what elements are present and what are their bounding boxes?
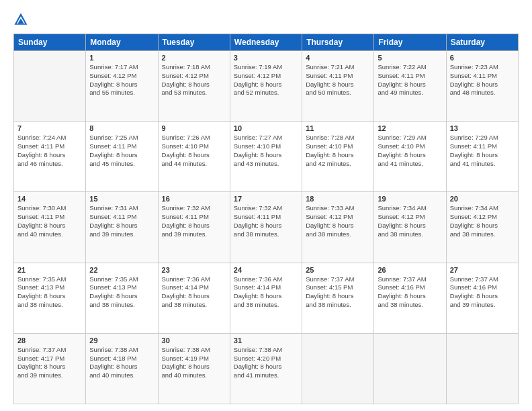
day-info: Sunrise: 7:28 AM Sunset: 4:10 PM Dayligh… xyxy=(306,134,370,168)
day-number: 27 xyxy=(450,266,515,274)
calendar-cell: 7Sunrise: 7:24 AM Sunset: 4:11 PM Daylig… xyxy=(14,122,86,192)
day-number: 26 xyxy=(378,266,442,274)
calendar-cell xyxy=(374,333,446,404)
calendar-cell: 10Sunrise: 7:27 AM Sunset: 4:10 PM Dayli… xyxy=(230,122,302,192)
day-number: 5 xyxy=(378,54,442,62)
day-number: 21 xyxy=(17,266,82,274)
calendar-week-row: 7Sunrise: 7:24 AM Sunset: 4:11 PM Daylig… xyxy=(14,122,519,192)
calendar-cell xyxy=(446,333,518,404)
calendar-cell: 12Sunrise: 7:29 AM Sunset: 4:10 PM Dayli… xyxy=(374,122,446,192)
day-number: 8 xyxy=(89,124,154,132)
day-number: 10 xyxy=(234,124,298,132)
calendar-cell: 9Sunrise: 7:26 AM Sunset: 4:10 PM Daylig… xyxy=(158,122,230,192)
weekday-header-monday: Monday xyxy=(86,34,158,51)
day-info: Sunrise: 7:27 AM Sunset: 4:10 PM Dayligh… xyxy=(234,134,298,168)
calendar-cell: 19Sunrise: 7:34 AM Sunset: 4:12 PM Dayli… xyxy=(374,192,446,263)
day-info: Sunrise: 7:31 AM Sunset: 4:11 PM Dayligh… xyxy=(89,204,154,238)
day-number: 15 xyxy=(89,195,154,203)
calendar-cell: 20Sunrise: 7:34 AM Sunset: 4:12 PM Dayli… xyxy=(446,192,518,263)
day-number: 22 xyxy=(89,266,154,274)
day-number: 31 xyxy=(234,336,298,345)
day-info: Sunrise: 7:37 AM Sunset: 4:15 PM Dayligh… xyxy=(306,275,370,310)
weekday-header-saturday: Saturday xyxy=(446,34,518,51)
day-number: 25 xyxy=(306,266,370,274)
day-number: 30 xyxy=(162,336,226,345)
day-info: Sunrise: 7:32 AM Sunset: 4:11 PM Dayligh… xyxy=(234,204,298,238)
calendar-week-row: 14Sunrise: 7:30 AM Sunset: 4:11 PM Dayli… xyxy=(14,192,519,263)
calendar-cell: 28Sunrise: 7:37 AM Sunset: 4:17 PM Dayli… xyxy=(14,333,86,404)
day-number: 3 xyxy=(234,54,298,62)
day-info: Sunrise: 7:35 AM Sunset: 4:13 PM Dayligh… xyxy=(17,275,82,310)
day-info: Sunrise: 7:38 AM Sunset: 4:20 PM Dayligh… xyxy=(234,346,298,380)
day-info: Sunrise: 7:21 AM Sunset: 4:11 PM Dayligh… xyxy=(306,63,370,97)
day-number: 14 xyxy=(17,195,82,203)
day-info: Sunrise: 7:37 AM Sunset: 4:16 PM Dayligh… xyxy=(378,275,442,310)
day-number: 16 xyxy=(162,195,226,203)
calendar-cell: 22Sunrise: 7:35 AM Sunset: 4:13 PM Dayli… xyxy=(86,263,158,333)
day-info: Sunrise: 7:38 AM Sunset: 4:19 PM Dayligh… xyxy=(162,346,226,380)
day-info: Sunrise: 7:29 AM Sunset: 4:10 PM Dayligh… xyxy=(378,134,442,168)
calendar-cell: 18Sunrise: 7:33 AM Sunset: 4:12 PM Dayli… xyxy=(302,192,374,263)
calendar-cell: 5Sunrise: 7:22 AM Sunset: 4:11 PM Daylig… xyxy=(374,51,446,122)
day-number: 13 xyxy=(450,124,515,132)
day-number: 23 xyxy=(162,266,226,274)
day-info: Sunrise: 7:33 AM Sunset: 4:12 PM Dayligh… xyxy=(306,204,370,238)
day-info: Sunrise: 7:25 AM Sunset: 4:11 PM Dayligh… xyxy=(89,134,154,168)
calendar-cell: 3Sunrise: 7:19 AM Sunset: 4:12 PM Daylig… xyxy=(230,51,302,122)
calendar-cell: 8Sunrise: 7:25 AM Sunset: 4:11 PM Daylig… xyxy=(86,122,158,192)
weekday-header-row: SundayMondayTuesdayWednesdayThursdayFrid… xyxy=(14,34,519,51)
day-info: Sunrise: 7:22 AM Sunset: 4:11 PM Dayligh… xyxy=(378,63,442,97)
day-info: Sunrise: 7:30 AM Sunset: 4:11 PM Dayligh… xyxy=(17,204,82,238)
calendar-page: SundayMondayTuesdayWednesdayThursdayFrid… xyxy=(0,0,532,411)
weekday-header-tuesday: Tuesday xyxy=(158,34,230,51)
day-number: 7 xyxy=(17,124,82,132)
calendar-cell: 26Sunrise: 7:37 AM Sunset: 4:16 PM Dayli… xyxy=(374,263,446,333)
day-number: 20 xyxy=(450,195,515,203)
calendar-cell: 16Sunrise: 7:32 AM Sunset: 4:11 PM Dayli… xyxy=(158,192,230,263)
logo-icon xyxy=(13,12,28,27)
calendar-cell: 6Sunrise: 7:23 AM Sunset: 4:11 PM Daylig… xyxy=(446,51,518,122)
calendar-cell: 31Sunrise: 7:38 AM Sunset: 4:20 PM Dayli… xyxy=(230,333,302,404)
calendar-week-row: 1Sunrise: 7:17 AM Sunset: 4:12 PM Daylig… xyxy=(14,51,519,122)
weekday-header-sunday: Sunday xyxy=(14,34,86,51)
calendar-cell: 17Sunrise: 7:32 AM Sunset: 4:11 PM Dayli… xyxy=(230,192,302,263)
day-info: Sunrise: 7:36 AM Sunset: 4:14 PM Dayligh… xyxy=(162,275,226,310)
calendar-cell: 11Sunrise: 7:28 AM Sunset: 4:10 PM Dayli… xyxy=(302,122,374,192)
calendar-cell: 25Sunrise: 7:37 AM Sunset: 4:15 PM Dayli… xyxy=(302,263,374,333)
calendar-cell: 29Sunrise: 7:38 AM Sunset: 4:18 PM Dayli… xyxy=(86,333,158,404)
calendar-cell: 21Sunrise: 7:35 AM Sunset: 4:13 PM Dayli… xyxy=(14,263,86,333)
day-number: 11 xyxy=(306,124,370,132)
day-info: Sunrise: 7:17 AM Sunset: 4:12 PM Dayligh… xyxy=(89,63,154,97)
calendar-week-row: 28Sunrise: 7:37 AM Sunset: 4:17 PM Dayli… xyxy=(14,333,519,404)
calendar-cell: 2Sunrise: 7:18 AM Sunset: 4:12 PM Daylig… xyxy=(158,51,230,122)
day-info: Sunrise: 7:34 AM Sunset: 4:12 PM Dayligh… xyxy=(450,204,515,238)
day-number: 18 xyxy=(306,195,370,203)
calendar-cell: 24Sunrise: 7:36 AM Sunset: 4:14 PM Dayli… xyxy=(230,263,302,333)
weekday-header-wednesday: Wednesday xyxy=(230,34,302,51)
day-number: 4 xyxy=(306,54,370,62)
calendar-table: SundayMondayTuesdayWednesdayThursdayFrid… xyxy=(13,34,519,404)
calendar-cell: 30Sunrise: 7:38 AM Sunset: 4:19 PM Dayli… xyxy=(158,333,230,404)
calendar-cell xyxy=(302,333,374,404)
day-number: 28 xyxy=(17,336,82,345)
calendar-cell: 15Sunrise: 7:31 AM Sunset: 4:11 PM Dayli… xyxy=(86,192,158,263)
day-info: Sunrise: 7:34 AM Sunset: 4:12 PM Dayligh… xyxy=(378,204,442,238)
calendar-cell: 14Sunrise: 7:30 AM Sunset: 4:11 PM Dayli… xyxy=(14,192,86,263)
day-info: Sunrise: 7:36 AM Sunset: 4:14 PM Dayligh… xyxy=(234,275,298,310)
day-number: 2 xyxy=(162,54,226,62)
day-info: Sunrise: 7:35 AM Sunset: 4:13 PM Dayligh… xyxy=(89,275,154,310)
calendar-cell: 4Sunrise: 7:21 AM Sunset: 4:11 PM Daylig… xyxy=(302,51,374,122)
day-info: Sunrise: 7:18 AM Sunset: 4:12 PM Dayligh… xyxy=(162,63,226,97)
calendar-week-row: 21Sunrise: 7:35 AM Sunset: 4:13 PM Dayli… xyxy=(14,263,519,333)
day-number: 12 xyxy=(378,124,442,132)
day-info: Sunrise: 7:23 AM Sunset: 4:11 PM Dayligh… xyxy=(450,63,515,97)
logo xyxy=(13,12,30,27)
day-number: 29 xyxy=(89,336,154,345)
calendar-cell: 13Sunrise: 7:29 AM Sunset: 4:11 PM Dayli… xyxy=(446,122,518,192)
day-number: 19 xyxy=(378,195,442,203)
day-info: Sunrise: 7:26 AM Sunset: 4:10 PM Dayligh… xyxy=(162,134,226,168)
day-info: Sunrise: 7:37 AM Sunset: 4:17 PM Dayligh… xyxy=(17,346,82,380)
day-number: 17 xyxy=(234,195,298,203)
calendar-cell: 27Sunrise: 7:37 AM Sunset: 4:16 PM Dayli… xyxy=(446,263,518,333)
day-info: Sunrise: 7:29 AM Sunset: 4:11 PM Dayligh… xyxy=(450,134,515,168)
